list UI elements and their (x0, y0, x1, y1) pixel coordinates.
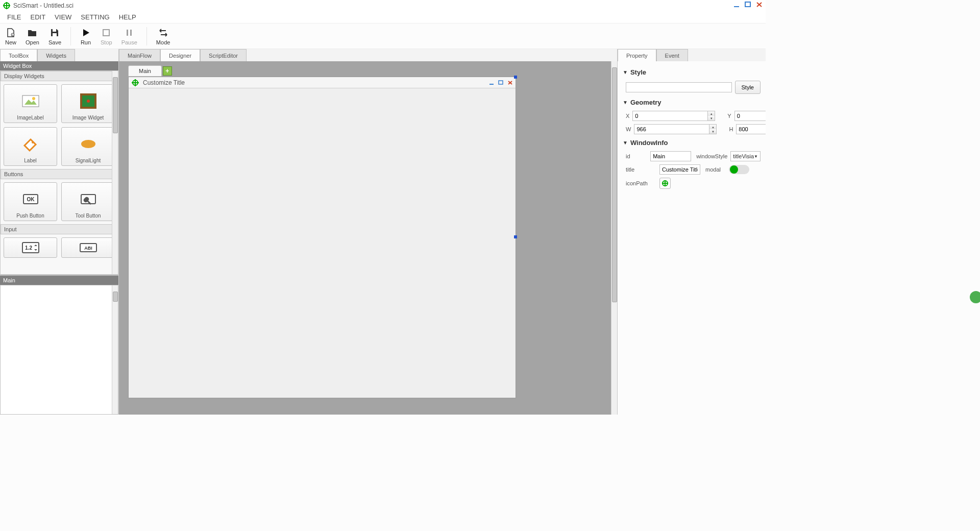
y-input[interactable] (734, 111, 766, 121)
scrollbar-thumb[interactable] (612, 67, 617, 302)
modal-toggle[interactable] (729, 165, 749, 174)
tab-toolbox[interactable]: ToolBox (0, 49, 37, 61)
modal-label: modal (705, 166, 726, 173)
canvas-scrollbar-v[interactable] (611, 61, 617, 415)
new-file-icon: + (5, 27, 16, 38)
design-window-title: Customize Title (143, 79, 185, 86)
category-buttons[interactable]: Buttons (1, 169, 118, 179)
svg-rect-31 (499, 81, 503, 84)
dw-minimize-icon[interactable] (489, 80, 495, 85)
windowstyle-combo[interactable]: titleVisia▼ (730, 151, 761, 161)
menu-file[interactable]: FILE (3, 12, 25, 22)
signallight-icon (64, 130, 112, 158)
new-button[interactable]: + New (5, 27, 16, 45)
window-title: SciSmart - Untitled.sci (13, 2, 74, 9)
chevron-down-icon: ▼ (623, 140, 628, 146)
push-button-icon: OK (6, 185, 55, 213)
widget-label[interactable]: Label (4, 127, 57, 166)
tree-body[interactable] (0, 285, 118, 415)
resize-handle[interactable] (514, 235, 517, 238)
h-input[interactable] (736, 124, 766, 134)
center-panel: MainFlow Designer ScriptEditor Main + Cu… (119, 49, 618, 415)
svg-text:ABI: ABI (84, 246, 92, 251)
minimize-icon[interactable] (733, 1, 741, 8)
save-disk-icon (49, 27, 60, 38)
category-display-widgets[interactable]: Display Widgets (1, 71, 118, 81)
widget-number-input[interactable]: 1.2 (4, 237, 57, 258)
design-canvas[interactable]: Main + Customize Title (119, 61, 617, 415)
section-windowinfo[interactable]: ▼WindowInfo (623, 136, 761, 150)
spin-up-icon[interactable]: ▲ (709, 125, 716, 129)
x-input[interactable] (632, 111, 708, 121)
maximize-icon[interactable] (744, 1, 752, 8)
svg-text:+: + (12, 33, 14, 36)
spin-down-icon[interactable]: ▼ (709, 129, 716, 134)
tab-property[interactable]: Property (618, 49, 656, 61)
menu-view[interactable]: VIEW (51, 12, 76, 22)
widget-tool-button[interactable]: Tool Button (61, 182, 115, 221)
design-window[interactable]: Customize Title (128, 77, 516, 398)
mode-label: Mode (156, 39, 170, 45)
save-button[interactable]: Save (48, 27, 61, 45)
widget-label: Tool Button (75, 213, 101, 219)
mode-button[interactable]: Mode (156, 27, 170, 45)
spin-down-icon[interactable]: ▼ (708, 116, 715, 120)
menu-edit[interactable]: EDIT (26, 12, 50, 22)
tab-widgets[interactable]: Widgets (37, 49, 75, 61)
dw-maximize-icon[interactable] (498, 80, 504, 85)
menu-help[interactable]: HELP (115, 12, 140, 22)
svg-point-18 (32, 141, 34, 143)
spin-up-icon[interactable]: ▲ (708, 111, 715, 116)
open-button[interactable]: Open (26, 27, 39, 45)
iconpath-button[interactable] (659, 178, 671, 189)
tab-scripteditor[interactable]: ScriptEditor (200, 49, 247, 61)
tab-event[interactable]: Event (656, 49, 688, 61)
property-body: ▼Style Style ▼Geometry X ▲▼ Y ▲▼ W ▲▼ H … (618, 61, 766, 415)
tree-root-label[interactable]: Main (0, 276, 118, 285)
close-icon[interactable] (755, 1, 764, 8)
widget-label: SignalLight (76, 158, 101, 163)
add-doc-button[interactable]: + (163, 66, 172, 76)
svg-rect-12 (127, 30, 128, 36)
svg-rect-9 (53, 29, 56, 32)
title-input[interactable] (659, 164, 700, 175)
tab-designer[interactable]: Designer (160, 49, 200, 61)
widget-text-input[interactable]: ABI (61, 237, 115, 258)
doc-tab-main[interactable]: Main (128, 65, 162, 77)
widget-signallight[interactable]: SignalLight (61, 127, 115, 166)
tree-scrollbar[interactable] (112, 285, 118, 414)
scrollbar-thumb[interactable] (113, 77, 118, 133)
left-panel: ToolBox Widgets Widget Box Display Widge… (0, 49, 119, 415)
chevron-down-icon: ▼ (754, 154, 758, 159)
scrollbar-thumb[interactable] (113, 292, 118, 302)
widget-image-widget[interactable]: Image Widget (61, 84, 115, 123)
widget-imagelabel[interactable]: ImageLabel (4, 84, 57, 123)
app-logo-icon (3, 2, 10, 9)
resize-handle[interactable] (514, 76, 517, 79)
widget-label: ImageLabel (17, 115, 43, 120)
main-toolbar: + New Open Save Run Stop Pause Mode (0, 23, 766, 49)
category-input[interactable]: Input (1, 224, 118, 234)
center-tabs: MainFlow Designer ScriptEditor (119, 49, 617, 61)
run-button[interactable]: Run (80, 27, 91, 45)
widget-push-button[interactable]: OK Push Button (4, 182, 57, 221)
w-input[interactable] (634, 124, 709, 134)
chevron-down-icon: ▼ (623, 100, 628, 105)
section-geometry[interactable]: ▼Geometry (623, 95, 761, 109)
x-label: X (626, 113, 629, 119)
dw-close-icon[interactable] (507, 80, 513, 85)
widget-box-title: Widget Box (0, 61, 118, 70)
pause-button: Pause (121, 27, 137, 45)
menu-setting[interactable]: SETTING (77, 12, 113, 22)
style-input[interactable] (626, 82, 732, 92)
svg-point-17 (87, 100, 90, 103)
id-input[interactable] (650, 151, 691, 161)
y-label: Y (727, 113, 731, 119)
tab-mainflow[interactable]: MainFlow (119, 49, 160, 61)
section-style[interactable]: ▼Style (623, 65, 761, 79)
mode-cycle-icon (158, 27, 169, 38)
style-button[interactable]: Style (735, 81, 761, 94)
toolbar-separator (146, 27, 147, 45)
widget-box-scrollbar[interactable] (112, 71, 118, 274)
design-window-titlebar[interactable]: Customize Title (129, 77, 516, 88)
